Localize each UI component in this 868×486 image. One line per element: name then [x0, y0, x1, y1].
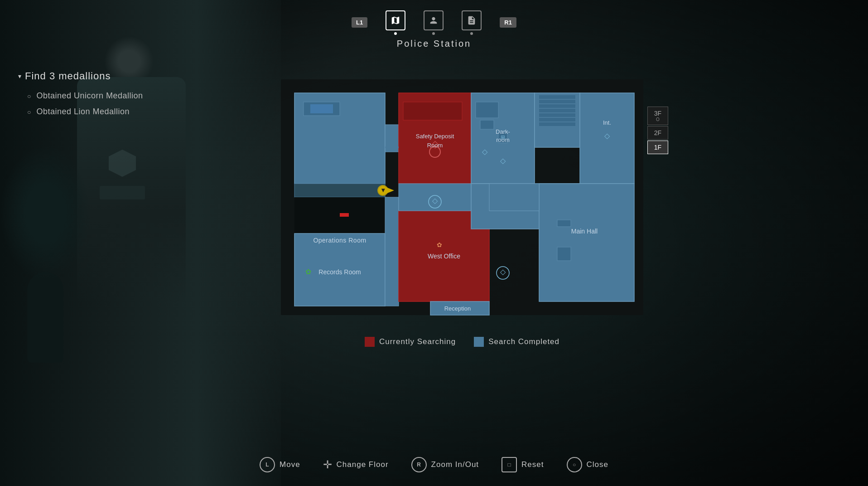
svg-text:◇: ◇	[604, 132, 610, 140]
map-legend: Currently Searching Search Completed	[281, 337, 643, 347]
l-button[interactable]: L	[260, 457, 275, 472]
svg-text:✿: ✿	[437, 241, 442, 248]
svg-rect-20	[539, 109, 575, 112]
svg-rect-26	[294, 184, 385, 197]
map-svg: ◇ ⊞ ◇ ◇ ◇	[281, 70, 643, 324]
map-container: ◇ ⊞ ◇ ◇ ◇	[281, 70, 643, 324]
svg-text:◇: ◇	[500, 268, 506, 276]
svg-rect-43	[539, 184, 634, 301]
move-label: Move	[280, 460, 300, 469]
svg-text:Records Room: Records Room	[318, 268, 361, 276]
square-button[interactable]: □	[502, 457, 517, 472]
svg-rect-35	[385, 197, 399, 306]
svg-rect-17	[539, 95, 575, 99]
close-label: Close	[587, 460, 608, 469]
svg-text:◇: ◇	[432, 197, 438, 204]
files-nav-dot	[470, 32, 473, 35]
zoom-label: Zoom In/Out	[431, 460, 479, 469]
svg-rect-18	[539, 100, 575, 103]
objective-header: ▾ Find 3 medallions	[18, 70, 199, 82]
legend-searching-color	[365, 337, 375, 347]
svg-rect-21	[539, 113, 575, 117]
map-area: ◇ ⊞ ◇ ◇ ◇	[281, 70, 643, 324]
chevron-down-icon: ▾	[18, 73, 21, 80]
svg-rect-10	[476, 102, 498, 118]
svg-text:West Office: West Office	[428, 253, 460, 260]
l1-button[interactable]: L1	[352, 17, 367, 28]
bullet-icon-1: ○	[27, 92, 31, 100]
bullet-icon-2: ○	[27, 108, 31, 116]
svg-text:▾: ▾	[381, 186, 385, 194]
map-nav-dot	[394, 32, 397, 35]
svg-rect-11	[480, 120, 494, 129]
files-icon	[462, 10, 482, 30]
svg-text:◇: ◇	[500, 157, 506, 165]
svg-text:Main Hall: Main Hall	[571, 228, 598, 235]
floor-1f-button[interactable]: 1F	[647, 141, 668, 154]
nav-files-tab[interactable]	[462, 10, 482, 35]
change-floor-label: Change Floor	[337, 460, 389, 469]
svg-rect-32	[340, 213, 349, 217]
nav-character-tab[interactable]	[424, 10, 444, 35]
move-control: L Move	[260, 457, 300, 472]
floor-selector: 3F O 2F 1F	[647, 107, 668, 154]
character-nav-dot	[432, 32, 435, 35]
floor-2f-button[interactable]: 2F	[647, 126, 668, 140]
bottom-controls: L Move ✛ Change Floor R Zoom In/Out □ Re…	[0, 457, 868, 472]
reset-label: Reset	[521, 460, 544, 469]
svg-rect-6	[403, 102, 462, 120]
station-title: Police Station	[397, 39, 471, 49]
svg-text:Int.: Int.	[603, 119, 611, 126]
svg-text:Dark-: Dark-	[496, 128, 510, 135]
close-control: ○ Close	[567, 457, 608, 472]
objective-text-1: Obtained Unicorn Medallion	[36, 91, 143, 101]
r-button[interactable]: R	[411, 457, 427, 472]
reset-control: □ Reset	[502, 457, 544, 472]
top-navigation: L1 R1 P	[0, 0, 868, 59]
svg-text:✿: ✿	[305, 268, 311, 276]
svg-rect-45	[557, 220, 571, 227]
legend-completed-label: Search Completed	[488, 337, 559, 346]
svg-rect-46	[489, 184, 539, 211]
objective-item-unicorn: ○ Obtained Unicorn Medallion	[18, 91, 199, 101]
objective-item-lion: ○ Obtained Lion Medallion	[18, 107, 199, 117]
floor-3f-button[interactable]: 3F O	[647, 107, 668, 125]
svg-text:room: room	[496, 136, 510, 143]
legend-searching-label: Currently Searching	[379, 337, 456, 346]
svg-rect-23	[539, 122, 575, 126]
dpad-icon: ✛	[323, 458, 332, 471]
change-floor-control: ✛ Change Floor	[323, 458, 389, 471]
svg-rect-19	[539, 104, 575, 108]
objectives-panel: ▾ Find 3 medallions ○ Obtained Unicorn M…	[18, 70, 199, 123]
r1-button[interactable]: R1	[500, 17, 516, 28]
svg-text:Room: Room	[427, 142, 443, 149]
svg-rect-22	[539, 118, 575, 122]
svg-text:Safety Deposit: Safety Deposit	[416, 133, 454, 140]
legend-searching: Currently Searching	[365, 337, 456, 347]
objective-title: Find 3 medallions	[25, 70, 111, 82]
legend-completed-color	[474, 337, 484, 347]
map-icon	[386, 10, 405, 30]
circle-button[interactable]: ○	[567, 457, 582, 472]
zoom-control: R Zoom In/Out	[411, 457, 479, 472]
svg-rect-44	[557, 247, 571, 261]
character-icon	[424, 10, 444, 30]
nav-map-tab[interactable]	[386, 10, 405, 35]
svg-text:Reception: Reception	[444, 305, 471, 312]
svg-text:◇: ◇	[482, 148, 488, 156]
legend-completed: Search Completed	[474, 337, 559, 347]
svg-text:Operations Room: Operations Room	[313, 237, 366, 244]
svg-rect-3	[310, 104, 333, 113]
objective-text-2: Obtained Lion Medallion	[36, 107, 130, 117]
